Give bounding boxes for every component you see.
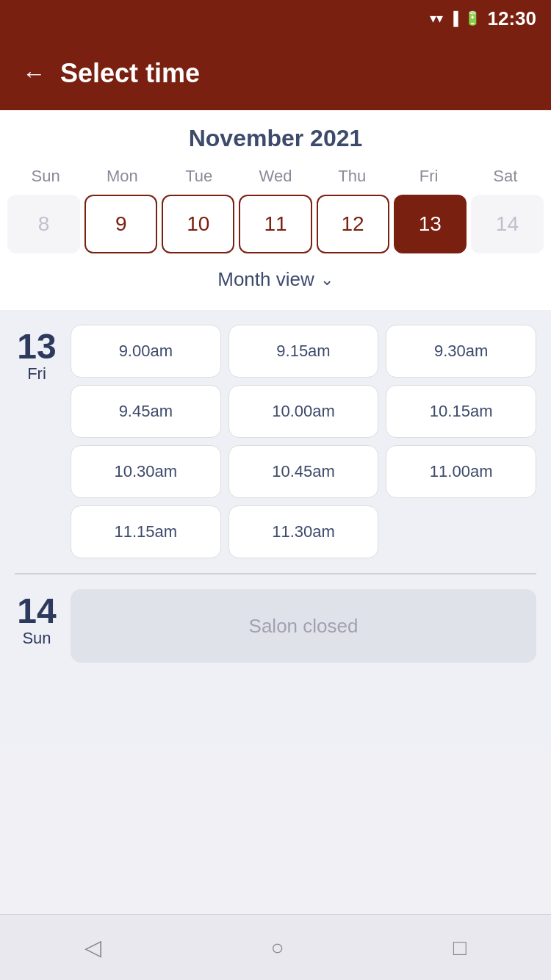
page-title: Select time [60, 58, 200, 89]
day-header-fri: Fri [390, 164, 467, 189]
recent-nav-button[interactable]: □ [453, 935, 467, 960]
day-13-block: 13 Fri 9.00am 9.15am 9.30am 9.45am 10.00… [15, 325, 536, 558]
day-header-sat: Sat [467, 164, 544, 189]
time-slot-1015[interactable]: 10.15am [386, 385, 536, 438]
slots-grid-13: 9.00am 9.15am 9.30am 9.45am 10.00am 10.1… [71, 325, 536, 558]
time-slot-930[interactable]: 9.30am [386, 325, 536, 378]
day-13-number: 13 [17, 329, 56, 364]
battery-icon: 🔋 [464, 10, 480, 26]
timeslots-section: 13 Fri 9.00am 9.15am 9.30am 9.45am 10.00… [0, 310, 551, 751]
calendar-section: November 2021 Sun Mon Tue Wed Thu Fri Sa… [0, 110, 551, 310]
day-cell-8[interactable]: 8 [7, 195, 80, 253]
month-view-toggle[interactable]: Month view ⌄ [0, 259, 551, 303]
day-header-tue: Tue [161, 164, 237, 189]
section-divider [15, 573, 536, 574]
time-slot-1000[interactable]: 10.00am [228, 385, 379, 438]
status-icons: ▾▾ ▐ 🔋 [430, 10, 480, 26]
day-13-label: 13 Fri [15, 325, 59, 558]
day-header-thu: Thu [314, 164, 390, 189]
day-headers: Sun Mon Tue Wed Thu Fri Sat [0, 164, 551, 189]
week-row: 8 9 10 11 12 13 14 [0, 195, 551, 253]
month-view-label: Month view [217, 268, 314, 291]
day-cell-11[interactable]: 11 [239, 195, 311, 253]
day-header-wed: Wed [237, 164, 314, 189]
signal-icon: ▐ [449, 11, 458, 26]
salon-closed-box: Salon closed [71, 589, 536, 663]
time-slot-1100[interactable]: 11.00am [386, 445, 536, 498]
wifi-icon: ▾▾ [430, 10, 443, 26]
time-slot-900[interactable]: 9.00am [71, 325, 221, 378]
time-slot-1045[interactable]: 10.45am [228, 445, 379, 498]
status-time: 12:30 [488, 7, 537, 30]
day-cell-12[interactable]: 12 [317, 195, 389, 253]
day-header-sun: Sun [7, 164, 84, 189]
day-cell-9[interactable]: 9 [84, 195, 157, 253]
salon-closed-label: Salon closed [249, 615, 359, 638]
chevron-down-icon: ⌄ [320, 270, 334, 289]
back-nav-button[interactable]: ◁ [84, 934, 101, 960]
time-slot-1130[interactable]: 11.30am [228, 505, 379, 558]
day-header-mon: Mon [84, 164, 160, 189]
day-14-label: 14 Sun [15, 589, 59, 648]
back-button[interactable]: ← [22, 60, 46, 87]
day-cell-14[interactable]: 14 [471, 195, 544, 253]
day-14-number: 14 [17, 594, 56, 629]
day-13-name: Fri [27, 364, 46, 383]
status-bar: ▾▾ ▐ 🔋 12:30 [0, 0, 551, 37]
home-nav-button[interactable]: ○ [270, 935, 284, 960]
header: ← Select time [0, 37, 551, 110]
time-slot-1030[interactable]: 10.30am [71, 445, 221, 498]
day-cell-10[interactable]: 10 [162, 195, 234, 253]
day-cell-13[interactable]: 13 [394, 195, 467, 253]
bottom-nav: ◁ ○ □ [0, 914, 551, 980]
time-slot-1115[interactable]: 11.15am [71, 505, 221, 558]
day-14-block: 14 Sun Salon closed [15, 589, 536, 663]
day-14-name: Sun [22, 629, 51, 648]
month-year-title: November 2021 [0, 125, 551, 152]
time-slot-915[interactable]: 9.15am [228, 325, 379, 378]
time-slot-945[interactable]: 9.45am [71, 385, 221, 438]
